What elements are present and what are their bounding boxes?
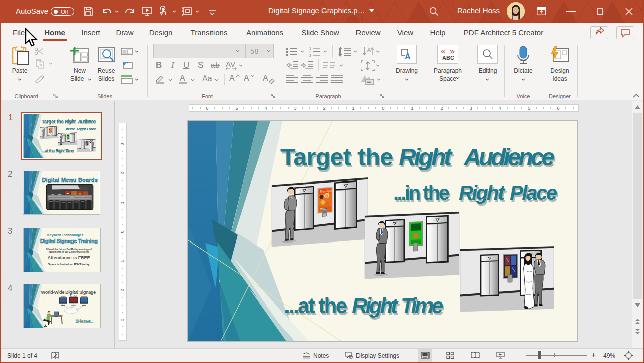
- svg-text:4: 4: [498, 106, 501, 111]
- svg-text:2: 2: [440, 106, 443, 111]
- svg-text:1: 1: [309, 47, 311, 50]
- svg-text:3: 3: [309, 54, 311, 57]
- svg-text:4: 4: [264, 106, 267, 111]
- svg-text:5: 5: [528, 106, 530, 111]
- svg-text:2: 2: [120, 172, 125, 174]
- svg-text:0: 0: [382, 106, 384, 111]
- svg-text:Keywest Technology's: Keywest Technology's: [47, 233, 83, 237]
- svg-text:England: England: [81, 296, 87, 298]
- svg-text:Space is limited so RSVP today: Space is limited so RSVP today: [48, 263, 90, 266]
- svg-text:1: 1: [411, 106, 413, 111]
- svg-text:6: 6: [206, 106, 208, 111]
- svg-text:each month in our Conference R: each month in our Conference Room: [49, 251, 89, 253]
- svg-text:1: 1: [120, 201, 125, 204]
- svg-text:2: 2: [309, 50, 311, 54]
- svg-text:A: A: [405, 52, 411, 60]
- svg-text:World-Wide Digital Signage: World-Wide Digital Signage: [41, 290, 96, 295]
- svg-text:6: 6: [557, 106, 559, 111]
- svg-text:Attendance is FREE: Attendance is FREE: [48, 255, 90, 260]
- svg-text:3: 3: [294, 106, 296, 111]
- svg-text:3: 3: [120, 143, 125, 145]
- svg-text:Seattle: Seattle: [61, 296, 66, 298]
- svg-text:1: 1: [120, 260, 125, 262]
- svg-text:2: 2: [120, 289, 125, 291]
- svg-text:Digital Menu Boards: Digital Menu Boards: [42, 177, 97, 183]
- svg-text:New York: New York: [70, 295, 77, 297]
- svg-text:0: 0: [120, 230, 125, 233]
- svg-text:1: 1: [352, 106, 354, 111]
- svg-text:breeze: breeze: [80, 319, 91, 322]
- svg-text:5: 5: [235, 106, 238, 111]
- svg-text:Offered the 1st and 3rd Friday: Offered the 1st and 3rd Friday evenings …: [46, 248, 92, 251]
- svg-text:2: 2: [323, 106, 325, 111]
- svg-text:A: A: [367, 46, 371, 54]
- svg-text:3: 3: [120, 318, 125, 321]
- svg-text:Digital Signage Training: Digital Signage Training: [40, 238, 98, 244]
- svg-text:3: 3: [469, 106, 472, 111]
- svg-text:ABC: ABC: [442, 55, 454, 61]
